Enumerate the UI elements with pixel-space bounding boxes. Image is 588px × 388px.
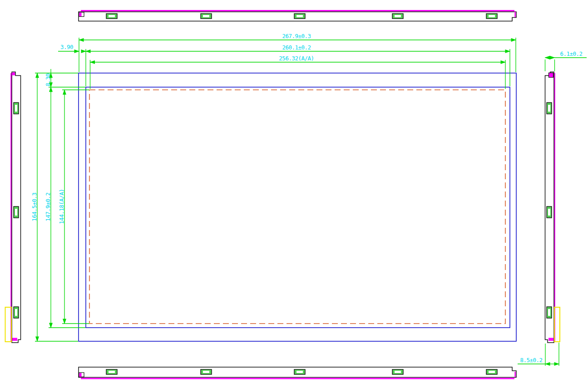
- dim-max-thickness-label: 8.5±0.2: [520, 357, 542, 363]
- dimension-active-width: 256.32(A/A): [90, 55, 506, 89]
- right-side-view: [545, 72, 560, 343]
- panel-outline-rect: [79, 73, 516, 341]
- dim-outline-width-label: 267.9±0.3: [282, 33, 311, 39]
- left-side-top-detail: [12, 73, 15, 76]
- dim-active-height-label: 144.18(A/A): [58, 189, 65, 224]
- right-side-bottom-detail: [548, 338, 553, 341]
- bottom-edge-view: [79, 367, 516, 378]
- dim-outline-height-label: 164.5±0.3: [31, 192, 38, 221]
- dim-vertical-offset-label: 8.30: [44, 74, 51, 86]
- lcd-panel-outline-drawing: 267.9±0.3 260.1±0.2 256.32(A/A) 3.90 164…: [0, 0, 588, 388]
- left-side-bottom-detail: [12, 338, 17, 341]
- left-connector-hatch: [5, 307, 12, 342]
- dim-window-width-label: 260.1±0.2: [282, 44, 311, 51]
- dimension-horizontal-offset: 3.90: [58, 44, 86, 51]
- right-connector-hatch: [554, 307, 560, 342]
- dim-horizontal-offset-label: 3.90: [60, 44, 73, 50]
- dimension-max-thickness: 8.5±0.2: [518, 343, 559, 366]
- right-side-top-detail: [549, 73, 553, 78]
- dimension-window-width: 260.1±0.2: [86, 44, 510, 86]
- dimension-vertical-offset: 8.30: [44, 69, 51, 87]
- display-window-rect: [86, 87, 510, 328]
- drawing-sheet: 267.9±0.3 260.1±0.2 256.32(A/A) 3.90 164…: [0, 0, 588, 388]
- dim-active-width-label: 256.32(A/A): [279, 55, 314, 62]
- dimension-outline-height: 164.5±0.3: [31, 73, 78, 341]
- dim-window-height-label: 147.9±0.2: [44, 192, 51, 221]
- dimension-active-height: 144.18(A/A): [58, 90, 89, 324]
- dimension-window-height: 147.9±0.2: [44, 87, 85, 328]
- top-edge-left-notch-fill: [79, 13, 82, 17]
- dim-panel-thickness-label: 6.1±0.2: [560, 50, 582, 57]
- front-view: [79, 73, 516, 341]
- bottom-edge-left-notch-fill: [79, 373, 82, 377]
- left-side-view: [5, 72, 21, 343]
- active-area-dashed-rect: [89, 90, 505, 324]
- dimension-panel-thickness: 6.1±0.2: [545, 50, 587, 71]
- dimension-outline-width: 267.9±0.3: [79, 33, 516, 72]
- top-edge-view: [79, 11, 516, 21]
